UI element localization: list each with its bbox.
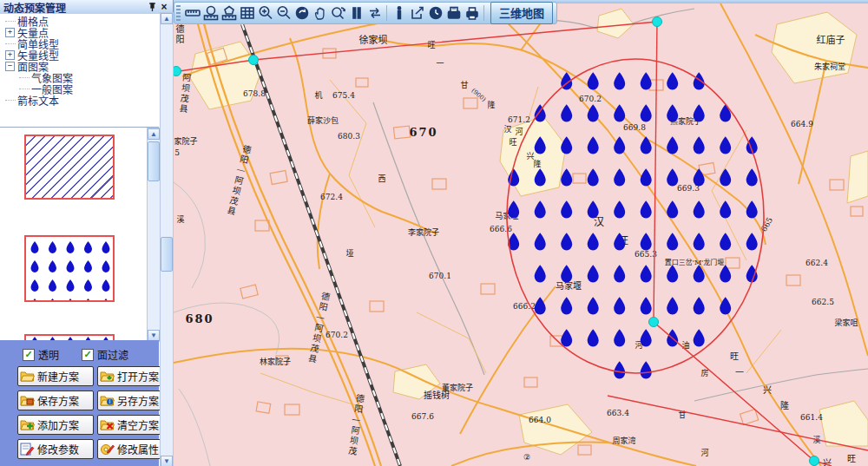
vertex-handle[interactable] [810,456,819,466]
map-toolbar: 三维地图 [174,2,557,24]
map-label: 670.2 [579,95,602,103]
zoom-select-icon[interactable] [329,4,347,23]
tree-connector [19,77,30,78]
map-label: 德阳 [174,24,183,45]
vertex-handle[interactable] [249,56,259,65]
map-label: 667.6 [411,413,434,421]
pause-icon[interactable] [347,4,365,23]
grid-icon[interactable] [238,4,256,23]
checkbox-box[interactable]: ✓ [82,349,94,361]
pattern-list-scrollbar: ▲ ▼ [147,128,161,342]
button-label: 清空方案 [117,417,159,432]
prev-view-icon[interactable] [293,4,311,23]
collapse-minus-icon[interactable]: − [5,62,15,71]
map-label: 油 [681,342,689,350]
folder-add-icon [20,418,35,431]
scrollbar-thumb[interactable] [161,237,173,272]
refresh-icon[interactable] [365,4,384,23]
identify-icon[interactable] [390,4,408,23]
map-label: 马家垭 [495,213,518,220]
zoom-in-icon[interactable] [256,4,274,23]
map-label: ② [523,454,530,462]
checkbox-透明[interactable]: ✓透明 [23,347,59,362]
map-label: 德阳—阿坝茂县 [225,144,251,218]
checkbox-面过滤[interactable]: ✓面过滤 [82,347,128,362]
export-icon[interactable] [408,4,426,23]
button-label: 修改属性 [117,442,159,456]
map-label: 垭 [345,250,353,258]
map-label: 隆 [780,402,789,410]
map-label: 旺 [847,455,856,463]
scroll-down-arrow[interactable]: ▼ [161,456,173,466]
print-icon[interactable] [463,4,481,23]
svg-text:i: i [109,398,110,404]
map-label: 680.3 [338,133,360,141]
map-label: 李家院子 [408,229,439,237]
pattern-tile-diagonal-hatch[interactable] [24,135,115,200]
folder-save-icon [20,394,35,407]
map-label: 一 [436,60,444,68]
tree-item-label: 箭标文本 [17,93,59,108]
map-label: 溪 [812,436,820,444]
toolbar-grip[interactable] [176,5,181,21]
map-label: 德阳—阿坝茂县 [306,291,329,364]
map-label: 汉 [594,217,604,227]
toolbar-separator [386,5,387,21]
measure-distance-icon[interactable] [183,4,201,23]
expand-plus-icon[interactable]: + [5,50,15,60]
map-label: 678.8 [243,90,266,98]
map-label: 680 [185,313,214,325]
map-label: 一 [735,369,744,377]
map-label: 旺 [730,352,739,361]
map-label: 671.2 [508,116,530,124]
map-label: 阿坝茂县 [178,73,191,115]
pin-icon[interactable] [146,2,158,13]
map-label: 林家院子 [260,358,291,366]
map-label: 甘 [460,82,468,89]
close-icon[interactable]: × [158,2,170,13]
clock-icon[interactable] [426,4,444,23]
measure-area-icon[interactable] [201,4,220,23]
map-label: 隆 [487,102,495,109]
tree-item-7[interactable]: 箭标文本 [0,95,159,106]
measure-polygon-icon[interactable] [220,4,238,23]
scroll-up-arrow[interactable]: ▲ [148,128,160,140]
pan-icon[interactable] [311,4,329,23]
map-label: 675.4 [332,92,355,100]
save-icon[interactable] [444,4,463,23]
map-3d-button[interactable]: 三维地图 [490,2,553,24]
vertex-handle[interactable] [653,17,662,27]
map-label: 汉 [503,126,511,134]
checkbox-label: 面过滤 [97,347,128,362]
zoom-out-icon[interactable] [274,4,293,23]
checkbox-row: ✓透明✓面过滤 [0,340,159,362]
button-新建方案[interactable]: 新建方案 [17,366,94,386]
button-label: 打开方案 [117,369,159,384]
map-label: 670.1 [429,272,451,280]
checkbox-box[interactable]: ✓ [23,349,35,361]
scroll-up-arrow[interactable]: ▲ [161,13,173,24]
map-label: 梁家咀 [834,319,858,327]
map-label: 熊家院子 [670,118,701,126]
folder-new-icon [20,370,35,383]
vertex-handle[interactable] [649,318,659,327]
map-label: 河 [635,342,642,350]
map-label: 665 [760,216,774,233]
map-label: (900) [470,88,487,102]
map-label: 徐家坝 [359,36,388,45]
button-保存方案[interactable]: 保存方案 [17,391,94,410]
map-label: 河 [515,128,523,136]
plan-button-grid: 新建方案打开方案保存方案i另存方案添加方案清空方案修改参数修改属性 [17,366,170,463]
button-修改参数[interactable]: 修改参数 [17,439,94,459]
button-label: 另存方案 [117,393,159,408]
button-添加方案[interactable]: 添加方案 [17,415,94,435]
tree-item-4[interactable]: −面图案 [0,61,159,72]
edit-attrs-icon [100,443,115,456]
scrollbar-thumb[interactable] [148,141,160,181]
map-label: 669.3 [677,185,700,193]
map-label: 666.2 [513,303,536,311]
pattern-tile-raindrop[interactable] [24,235,115,302]
expand-plus-icon[interactable]: + [5,28,15,37]
map-label: 672.4 [320,194,343,201]
map-label: 河 [700,450,708,457]
